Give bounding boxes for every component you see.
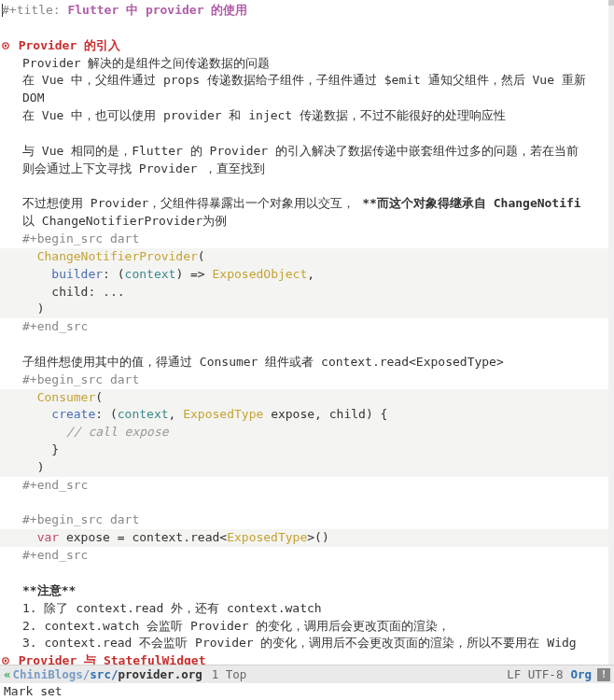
modeline-file: provider.org xyxy=(118,667,202,681)
paragraph: 子组件想使用其中的值，得通过 Consumer 组件或者 context.rea… xyxy=(0,354,614,371)
bullet-icon: ⊙ xyxy=(2,653,9,665)
heading-2: ⊙ Provider 与 StatefulWidget xyxy=(0,652,614,665)
paragraph: 在 Vue 中，也可以使用 provider 和 inject 传递数据，不过不… xyxy=(0,107,614,125)
blank-line xyxy=(0,20,614,37)
blank-line xyxy=(0,336,614,354)
code-block-1: ChangeNotifierProvider( builder: (contex… xyxy=(0,248,614,318)
begin-src: #+begin_src dart xyxy=(0,231,614,248)
editor-area[interactable]: #+title: Flutter 中 provider 的使用 ⊙ Provid… xyxy=(0,0,614,665)
code-line: ChangeNotifierProvider( xyxy=(0,248,614,266)
code-line: create: (context, ExposedType expose, ch… xyxy=(0,406,614,424)
code-line: ) xyxy=(0,459,614,477)
code-line: child: ... xyxy=(0,284,614,301)
scrollbar[interactable] xyxy=(608,0,614,665)
end-src: #+end_src xyxy=(0,547,614,565)
scrollbar-thumb[interactable] xyxy=(608,0,614,6)
title-line: #+title: Flutter 中 provider 的使用 xyxy=(0,2,614,20)
title-text: Flutter 中 provider 的使用 xyxy=(67,3,247,17)
blank-line xyxy=(0,125,614,143)
begin-src: #+begin_src dart xyxy=(0,371,614,389)
list-item: 1. 除了 context.read 外，还有 context.watch xyxy=(0,600,614,618)
title-keyword: #+title: xyxy=(2,3,67,17)
modeline-position: 1 Top xyxy=(212,667,247,681)
bullet-icon: ⊙ xyxy=(2,38,9,52)
heading-text: Provider 的引入 xyxy=(19,38,120,52)
modeline[interactable]: « ChiniBlogs/src/provider.org 1 Top LF U… xyxy=(0,665,614,683)
paragraph: 与 Vue 相同的是，Flutter 的 Provider 的引入解决了数据传递… xyxy=(0,143,614,161)
paragraph: DOM xyxy=(0,90,614,107)
end-src: #+end_src xyxy=(0,477,614,495)
end-src: #+end_src xyxy=(0,318,614,336)
code-line: ) xyxy=(0,301,614,318)
note-header: **注意** xyxy=(0,582,614,600)
modeline-arrow-icon: « xyxy=(4,667,11,681)
modeline-encoding: LF UTF-8 xyxy=(507,667,563,681)
code-block-3: var expose = context.read<ExposedType>() xyxy=(0,529,614,547)
code-line: Consumer( xyxy=(0,389,614,407)
paragraph: 在 Vue 中，父组件通过 props 传递数据给子组件，子组件通过 $emit… xyxy=(0,72,614,90)
begin-src: #+begin_src dart xyxy=(0,511,614,529)
code-line: builder: (context) => ExposedObject, xyxy=(0,266,614,284)
blank-line xyxy=(0,177,614,195)
minibuffer[interactable]: Mark set xyxy=(0,683,614,700)
list-item: 3. context.read 不会监听 Provider 的变化，调用后不会更… xyxy=(0,635,614,652)
modeline-major-mode: Org xyxy=(570,667,592,681)
code-block-2: Consumer( create: (context, ExposedType … xyxy=(0,389,614,477)
heading-1: ⊙ Provider 的引入 xyxy=(0,37,614,55)
modeline-path-project: ChiniBlogs/ xyxy=(13,667,91,681)
modeline-modified-flag: ! xyxy=(597,668,610,681)
code-line: } xyxy=(0,441,614,459)
paragraph: 不过想使用 Provider，父组件得暴露出一个对象用以交互， **而这个对象得… xyxy=(0,195,614,213)
modeline-path-dir: src/ xyxy=(90,667,118,681)
paragraph: 以 ChangeNotifierProvider为例 xyxy=(0,213,614,231)
code-line: var expose = context.read<ExposedType>() xyxy=(0,529,614,547)
code-line: // call expose xyxy=(0,424,614,441)
blank-line xyxy=(0,495,614,512)
paragraph: Provider 解决的是组件之间传递数据的问题 xyxy=(0,55,614,73)
list-item: 2. context.watch 会监听 Provider 的变化，调用后会更改… xyxy=(0,618,614,636)
heading-text: Provider 与 StatefulWidget xyxy=(19,653,206,665)
blank-line xyxy=(0,565,614,582)
bold-text: **而这个对象得继承自 ChangeNotifi xyxy=(362,196,580,210)
paragraph: 则会通过上下文寻找 Provider ，直至找到 xyxy=(0,161,614,178)
